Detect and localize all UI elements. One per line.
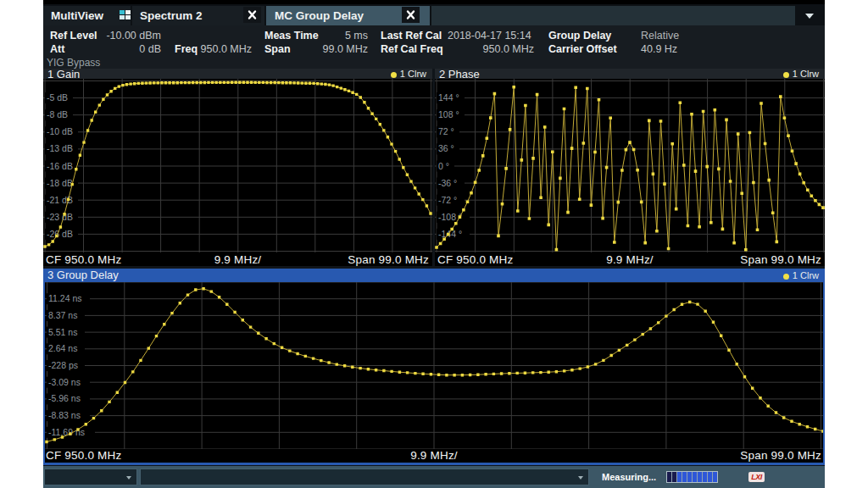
svg-text:-5 dB: -5 dB [47,92,68,103]
svg-text:-8 dB: -8 dB [47,109,68,119]
svg-text:-16 dB: -16 dB [47,161,73,171]
svg-text:-72 °: -72 ° [438,195,457,205]
svg-text:-23 dB: -23 dB [47,212,73,222]
svg-text:-18 dB: -18 dB [47,178,73,188]
svg-text:2.64 ns: 2.64 ns [48,343,77,353]
svg-text:-5.96 ns: -5.96 ns [48,393,81,403]
svg-text:-26 dB: -26 dB [47,229,73,239]
svg-text:-13 dB: -13 dB [47,143,73,153]
svg-text:108 °: 108 ° [438,109,459,119]
svg-text:11.24 ns: 11.24 ns [48,293,82,303]
svg-text:-3.09 ns: -3.09 ns [48,377,81,387]
svg-text:-8.83 ns: -8.83 ns [48,410,81,420]
svg-text:8.37 ns: 8.37 ns [48,310,77,320]
svg-text:36 °: 36 ° [438,143,454,153]
svg-text:72 °: 72 ° [438,126,454,136]
svg-text:-228 ps: -228 ps [48,360,78,370]
svg-text:-10 dB: -10 dB [47,126,73,136]
svg-text:144 °: 144 ° [438,92,459,103]
svg-text:0 °: 0 ° [438,161,449,171]
svg-text:5.51 ns: 5.51 ns [48,327,77,337]
svg-text:-144 °: -144 ° [438,229,462,239]
svg-text:-36 °: -36 ° [438,178,457,188]
